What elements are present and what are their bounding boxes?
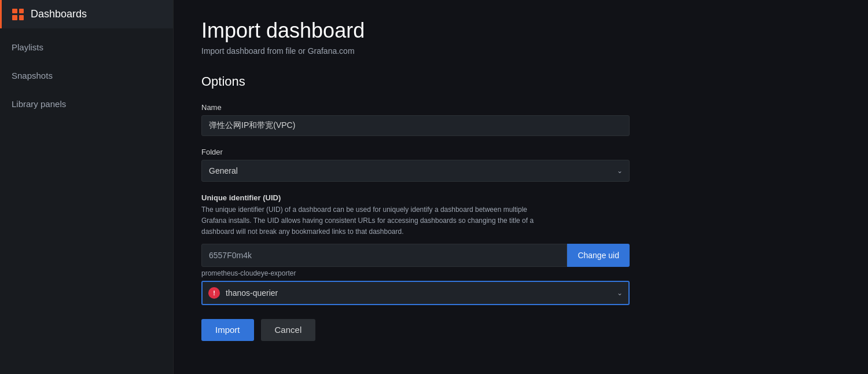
datasource-select-wrapper: ! thanos-querier prometheus ⌄ — [201, 281, 630, 305]
folder-field-group: Folder General Default ⌄ — [201, 148, 630, 182]
page-subtitle: Import dashboard from file or Grafana.co… — [201, 46, 840, 56]
sidebar: Dashboards Playlists Snapshots Library p… — [0, 0, 174, 374]
uid-label: Unique identifier (UID) — [201, 193, 630, 202]
sidebar-title: Dashboards — [31, 8, 87, 20]
datasource-select[interactable]: thanos-querier prometheus — [201, 281, 630, 305]
cancel-button[interactable]: Cancel — [261, 319, 316, 341]
import-button[interactable]: Import — [201, 319, 254, 341]
sidebar-item-library-panels[interactable]: Library panels — [0, 90, 173, 118]
folder-select-wrapper: General Default ⌄ — [201, 160, 630, 182]
datasource-section-label: prometheus-cloudeye-exporter — [201, 269, 630, 277]
folder-select[interactable]: General Default — [201, 160, 630, 182]
action-buttons: Import Cancel — [201, 319, 840, 341]
uid-row: Change uid — [201, 244, 630, 267]
options-title: Options — [201, 74, 840, 89]
page-title: Import dashboard — [201, 19, 840, 43]
uid-section: Unique identifier (UID) The unique ident… — [201, 193, 630, 267]
change-uid-button[interactable]: Change uid — [567, 244, 630, 267]
name-field-group: Name — [201, 103, 630, 136]
datasource-field-group: prometheus-cloudeye-exporter ! thanos-qu… — [201, 269, 630, 305]
uid-input[interactable] — [201, 244, 567, 267]
folder-label: Folder — [201, 148, 630, 156]
name-input[interactable] — [201, 115, 630, 136]
name-label: Name — [201, 103, 630, 112]
sidebar-item-playlists[interactable]: Playlists — [0, 33, 173, 61]
sidebar-nav: Playlists Snapshots Library panels — [0, 28, 173, 123]
uid-description: The unique identifier (UID) of a dashboa… — [201, 204, 537, 238]
sidebar-header[interactable]: Dashboards — [0, 0, 173, 28]
main-content: Import dashboard Import dashboard from f… — [174, 0, 868, 374]
dashboards-icon — [12, 9, 24, 20]
sidebar-item-snapshots[interactable]: Snapshots — [0, 61, 173, 90]
